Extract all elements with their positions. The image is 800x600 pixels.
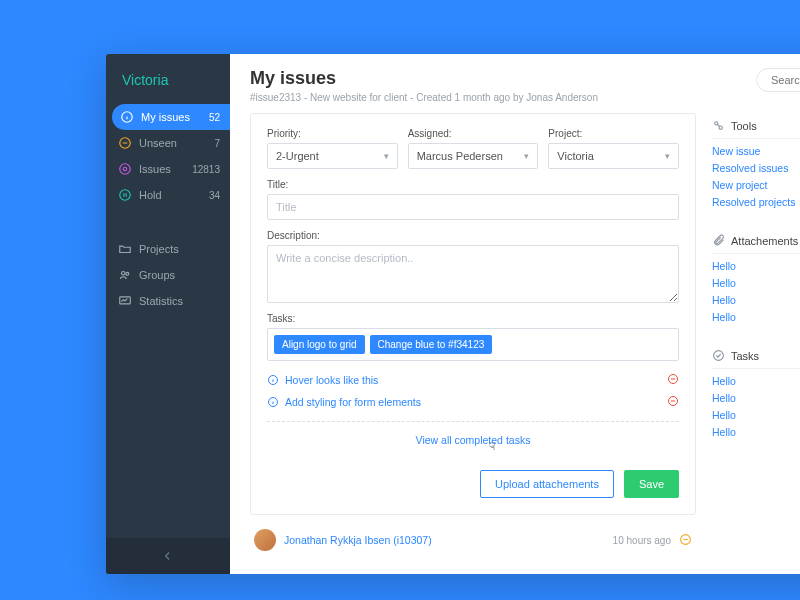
search-input[interactable] <box>756 68 800 92</box>
cursor-icon: ☟ <box>489 440 496 453</box>
sidebar-item-label: Statistics <box>139 295 183 307</box>
rail-link[interactable]: Hello <box>712 294 800 306</box>
sidebar-item-projects[interactable]: Projects <box>106 236 230 262</box>
brand-logo: Victoria <box>106 54 230 102</box>
rail-tools-header: Tools <box>712 113 800 139</box>
sidebar-item-label: Hold <box>139 189 162 201</box>
checklist-icon <box>712 349 725 362</box>
assigned-value: Marcus Pedersen <box>417 150 503 162</box>
svg-point-11 <box>126 272 129 275</box>
save-button[interactable]: Save <box>624 470 679 498</box>
form-column: Priority: 2-Urgent ▾ Assigned: Marcus Pe… <box>250 113 696 574</box>
issue-form: Priority: 2-Urgent ▾ Assigned: Marcus Pe… <box>250 113 696 515</box>
priority-label: Priority: <box>267 128 398 139</box>
tasks-box[interactable]: Align logo to grid Change blue to #f3412… <box>267 328 679 361</box>
comment-author[interactable]: Jonathan Rykkja Ibsen (i10307) <box>284 534 432 546</box>
sidebar: Victoria My issues 52 Unseen 7 Issues 12… <box>106 54 230 574</box>
task-chip[interactable]: Change blue to #f34123 <box>370 335 493 354</box>
comment-time: 10 hours ago <box>613 535 671 546</box>
sidebar-item-unseen[interactable]: Unseen 7 <box>106 130 230 156</box>
sidebar-item-label: Issues <box>139 163 171 175</box>
main-content: My issues #issue2313 - New website for c… <box>230 54 800 574</box>
task-text: Hover looks like this <box>285 374 378 386</box>
project-label: Project: <box>548 128 679 139</box>
sidebar-item-count: 52 <box>209 112 220 123</box>
svg-point-5 <box>120 164 131 175</box>
dash-icon <box>118 136 132 150</box>
task-chip[interactable]: Align logo to grid <box>274 335 365 354</box>
upload-button[interactable]: Upload attachements <box>480 470 614 498</box>
avatar <box>254 529 276 551</box>
assigned-label: Assigned: <box>408 128 539 139</box>
group-icon <box>118 268 132 282</box>
assigned-select[interactable]: Marcus Pedersen ▾ <box>408 143 539 169</box>
title-input[interactable] <box>267 194 679 220</box>
rail-link[interactable]: Hello <box>712 311 800 323</box>
page-header: My issues #issue2313 - New website for c… <box>230 54 800 113</box>
priority-select[interactable]: 2-Urgent ▾ <box>267 143 398 169</box>
rail-link[interactable]: Resolved projects <box>712 196 800 208</box>
tools-icon <box>712 119 725 132</box>
chevron-down-icon: ▾ <box>524 151 529 161</box>
info-icon <box>120 110 134 124</box>
rail-link[interactable]: Hello <box>712 426 800 438</box>
view-all-link[interactable]: View all completed tasks ☟ <box>267 430 679 456</box>
sidebar-item-label: Groups <box>139 269 175 281</box>
description-textarea[interactable] <box>267 245 679 303</box>
svg-point-6 <box>123 167 127 171</box>
page-title: My issues <box>250 68 598 89</box>
page-subtitle: #issue2313 - New website for client - Cr… <box>250 92 598 103</box>
rail-tasks-header: Tasks <box>712 343 800 369</box>
nav-primary: My issues 52 Unseen 7 Issues 12813 Hold … <box>106 102 230 316</box>
folder-icon <box>118 242 132 256</box>
title-label: Title: <box>267 179 679 190</box>
pause-icon <box>118 188 132 202</box>
comment-row: Jonathan Rykkja Ibsen (i10307) 10 hours … <box>250 515 696 551</box>
chevron-down-icon: ▾ <box>665 151 670 161</box>
rail-link[interactable]: Hello <box>712 277 800 289</box>
svg-point-10 <box>122 272 126 276</box>
rail-link[interactable]: Hello <box>712 409 800 421</box>
sidebar-item-count: 7 <box>214 138 220 149</box>
sidebar-item-label: My issues <box>141 111 190 123</box>
project-value: Victoria <box>557 150 593 162</box>
sidebar-item-hold[interactable]: Hold 34 <box>106 182 230 208</box>
sidebar-item-issues[interactable]: Issues 12813 <box>106 156 230 182</box>
rail-link[interactable]: New project <box>712 179 800 191</box>
rail-link[interactable]: New issue <box>712 145 800 157</box>
target-icon <box>118 162 132 176</box>
sidebar-item-label: Projects <box>139 243 179 255</box>
sidebar-item-label: Unseen <box>139 137 177 149</box>
task-line[interactable]: Hover looks like this <box>267 369 679 391</box>
info-icon <box>267 374 279 386</box>
rail-link[interactable]: Hello <box>712 260 800 272</box>
paperclip-icon <box>712 234 725 247</box>
remove-task-icon[interactable] <box>667 373 679 387</box>
sidebar-item-count: 34 <box>209 190 220 201</box>
app-window: Victoria My issues 52 Unseen 7 Issues 12… <box>106 54 800 574</box>
chevron-left-icon <box>161 549 175 563</box>
info-icon <box>267 396 279 408</box>
rail-link[interactable]: Resolved issues <box>712 162 800 174</box>
comment-status-icon <box>679 533 692 548</box>
svg-point-7 <box>120 190 131 201</box>
rail-link[interactable]: Hello <box>712 375 800 387</box>
task-line[interactable]: Add styling for form elements <box>267 391 679 413</box>
svg-point-27 <box>714 351 724 361</box>
chevron-down-icon: ▾ <box>384 151 389 161</box>
chart-icon <box>118 294 132 308</box>
project-select[interactable]: Victoria ▾ <box>548 143 679 169</box>
priority-value: 2-Urgent <box>276 150 319 162</box>
rail-link[interactable]: Hello <box>712 392 800 404</box>
sidebar-item-statistics[interactable]: Statistics <box>106 288 230 314</box>
task-text: Add styling for form elements <box>285 396 421 408</box>
rail-attachments-header: Attachements <box>712 228 800 254</box>
description-label: Description: <box>267 230 679 241</box>
remove-task-icon[interactable] <box>667 395 679 409</box>
task-list: Hover looks like this Add styling for fo… <box>267 369 679 413</box>
sidebar-item-my-issues[interactable]: My issues 52 <box>112 104 230 130</box>
sidebar-collapse[interactable] <box>106 538 230 574</box>
sidebar-item-count: 12813 <box>192 164 220 175</box>
sidebar-item-groups[interactable]: Groups <box>106 262 230 288</box>
right-rail: Tools New issue Resolved issues New proj… <box>712 113 800 574</box>
